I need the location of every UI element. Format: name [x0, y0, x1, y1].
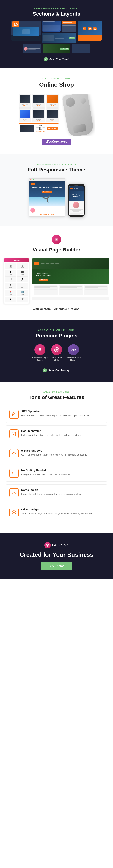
element-text: T Text [5, 270, 16, 276]
seo-icon-wrap [9, 410, 18, 419]
builder-title: Visual Page Builder [4, 247, 109, 253]
layouts-pre-label: GREAT NUMBER OF PRE - DEFINED [4, 7, 109, 9]
features-title: Tons of Great Features [5, 395, 108, 400]
save-money-label: Save Your Money! [48, 369, 70, 372]
save-money-badge: ✓ Save Your Money! [43, 368, 70, 372]
design-icon-wrap [9, 508, 18, 517]
check-icon: ✓ [44, 57, 48, 61]
element-column: ▤ Column [17, 263, 28, 269]
section-builder: Visual Page Builder Elements ▦ Section ▤… [0, 226, 113, 320]
shop-product-1: Solar Panel $299 [18, 94, 31, 107]
no-code-content: No Coding Needed Everyone can use iRecco… [21, 469, 70, 476]
cta-logo-text: IRECCO [52, 543, 69, 547]
element-section: ▦ Section [5, 263, 16, 269]
layout-text-card [72, 44, 90, 54]
layout-number-badge: 15 [12, 22, 19, 27]
save-money-check-icon: ✓ [43, 368, 47, 372]
builder-icon [52, 235, 61, 244]
element-button: ⬛ Button [17, 270, 28, 276]
desktop-screen-btn: Find Out More [42, 191, 52, 193]
robot-visual [62, 94, 95, 136]
layout-card-3 [62, 21, 76, 32]
element-counter: 🔢 Counter [17, 290, 28, 296]
element-image: ⬚ Image [5, 276, 16, 282]
secondary-title: Our Website & Finance [31, 214, 64, 215]
shop-title: Online Shop [5, 81, 108, 88]
element-video: ▷ Video [17, 283, 28, 289]
svg-point-2 [13, 512, 14, 513]
section-responsive: RESPONSIVE & RETINA READY Full Responsiv… [0, 154, 113, 226]
section-features: AMAZING FEATURES Tons of Great Features … [0, 381, 113, 533]
desktop-screen-title: A Leader in Wind Energy Space Since 2002 [31, 187, 63, 188]
woo-badge: WooCommerce [42, 138, 71, 145]
plugins-pre-label: COMPATIBLE WITH PLUGINS [5, 329, 108, 331]
design-description: Your site will always look sharp so you … [21, 512, 92, 516]
site-preview: We are Building a Sustainable Future LEA… [32, 258, 109, 301]
cta-logo-icon [44, 542, 51, 549]
layouts-title: Sections & Layouts [4, 11, 109, 17]
revolution-icon [51, 344, 62, 355]
seo-title: SEO Optimized [21, 410, 91, 413]
no-code-icon-wrap [9, 469, 18, 478]
responsive-devices: A Leader in Wind Energy Space Since 2002… [5, 178, 108, 217]
elements-panel-header: Elements [4, 258, 29, 262]
support-description: Our friendly support team is there if yo… [21, 453, 87, 457]
layout-card-2 [42, 21, 61, 32]
element-tabs: ☰ Tabs [5, 297, 16, 303]
demo-content: Demo Import Import the full theme demo c… [21, 488, 81, 496]
layouts-preview: 15 [4, 21, 109, 43]
section-layouts: GREAT NUMBER OF PRE - DEFINED Sections &… [0, 0, 113, 68]
features-pre-label: AMAZING FEATURES [5, 391, 108, 393]
shop-product-featured: Solar Power Pro Kit $599 – $899 ADD TO C… [18, 123, 59, 133]
shop-pre-label: START SHOPPING NOW [5, 78, 108, 80]
support-icon-wrap [9, 449, 18, 458]
docs-description: Extensive information needed to install … [21, 433, 83, 437]
layout-card-4: MORE [42, 33, 76, 43]
elements-panel: Elements ▦ Section ▤ Column T Text ⬛ But… [4, 258, 29, 304]
element-slider: ◁▷ Slider [17, 297, 28, 303]
docs-content: Documentation Extensive information need… [21, 429, 83, 437]
responsive-pre-label: RESPONSIVE & RETINA READY [5, 163, 108, 165]
feature-support: 5 Stars Support Our friendly support tea… [5, 445, 108, 462]
plugins-grid: E Elementor PageBuilder RevolutionSlider… [5, 344, 108, 361]
docs-title: Documentation [21, 429, 83, 432]
plugin-elementor: E Elementor PageBuilder [32, 344, 47, 361]
design-title: UI/UX Design [21, 508, 92, 511]
plugin-revolution: RevolutionSlider [51, 344, 62, 361]
responsive-title: Full Responsive Theme [5, 167, 108, 173]
layout-card-5: Coming Soon 00 : 00 : 00 [78, 21, 102, 41]
shop-product-grid: Solar Panel $299 Wind Kit $199 Energy Bo… [18, 94, 59, 133]
builder-preview: Elements ▦ Section ▤ Column T Text ⬛ But… [4, 258, 109, 304]
woo-label: Woo [46, 140, 52, 143]
shop-product-5: Controller $129 [32, 108, 45, 122]
element-map: 📍 Map [5, 290, 16, 296]
demo-description: Import the full theme demo content with … [21, 492, 81, 496]
desktop-mockup: A Leader in Wind Energy Space Since 2002… [29, 178, 65, 217]
hero-text: We are Building a Sustainable Future [34, 272, 53, 277]
shop-product-6: Battery $349 [46, 108, 59, 122]
elementor-icon: E [35, 344, 45, 355]
woocommerce-label: WooCommerceReady [66, 356, 80, 361]
shop-visual: Solar Panel $299 Wind Kit $199 Energy Bo… [5, 94, 108, 136]
demo-title: Demo Import [21, 488, 81, 491]
elements-grid: ▦ Section ▤ Column T Text ⬛ Button ⬚ I [4, 262, 29, 290]
robot-arm-shape [62, 94, 95, 136]
design-content: UI/UX Design Your site will always look … [21, 508, 92, 516]
layout-cards-right: MORE [42, 21, 76, 43]
save-time-label: Save Your Time! [49, 58, 69, 61]
feature-docs: Documentation Extensive information need… [5, 426, 108, 442]
shop-product-4: Monitor $89 [18, 108, 31, 122]
layouts-bottom-row: LEARN MORE [4, 44, 109, 54]
feature-demo: Demo Import Import the full theme demo c… [5, 485, 108, 501]
no-code-description: Everyone can use iRecco with not much ef… [21, 473, 70, 476]
revolution-label: RevolutionSlider [51, 356, 62, 361]
support-content: 5 Stars Support Our friendly support tea… [21, 449, 87, 457]
feature-no-code: No Coding Needed Everyone can use iRecco… [5, 465, 108, 482]
shop-product-2: Wind Kit $199 [32, 94, 45, 107]
seo-description: iRecco caters to clients who require an … [21, 414, 91, 417]
element-gallery: ⊞ Gallery [5, 283, 16, 289]
demo-icon-wrap [9, 488, 18, 497]
buy-theme-button[interactable]: Buy Theme [41, 562, 72, 570]
phone-mockup: Wind Energy Solutions [68, 184, 84, 217]
layout-card-1: 15 [11, 21, 41, 41]
